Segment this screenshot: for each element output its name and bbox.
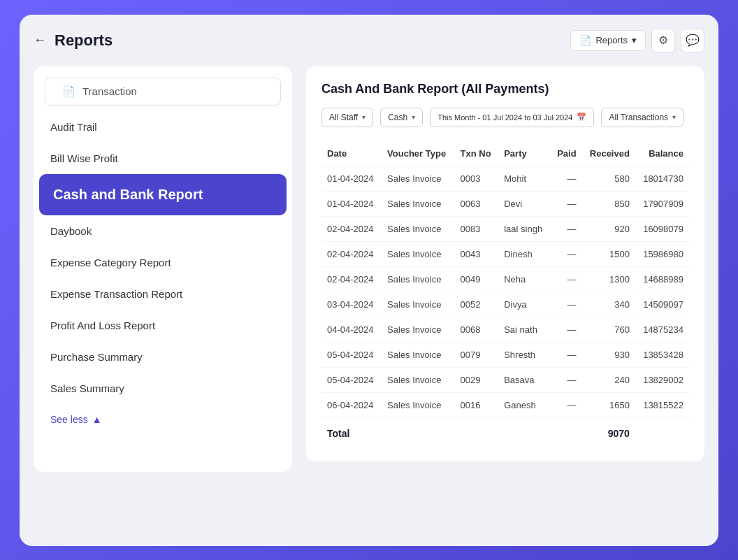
cell-balance: 14875234 bbox=[635, 317, 689, 342]
cell-date: 02-04-2024 bbox=[321, 266, 382, 292]
page-title: Reports bbox=[55, 31, 113, 50]
cell-paid: — bbox=[550, 241, 581, 266]
see-less-button[interactable]: See less ▲ bbox=[34, 404, 292, 435]
cell-voucher-type: Sales Invoice bbox=[382, 241, 454, 266]
cell-received: 340 bbox=[582, 292, 635, 317]
staff-filter[interactable]: All Staff ▾ bbox=[321, 108, 373, 127]
total-received: 9070 bbox=[582, 417, 635, 446]
cell-date: 06-04-2024 bbox=[321, 392, 382, 417]
back-button[interactable]: ← bbox=[34, 33, 46, 48]
table-row: 05-04-2024 Sales Invoice 0029 Basava — 2… bbox=[321, 367, 689, 392]
report-table: Date Voucher Type Txn No Party Paid Rece… bbox=[321, 141, 689, 446]
cell-paid: — bbox=[550, 367, 581, 392]
cell-received: 1300 bbox=[582, 266, 635, 292]
sidebar-item-purchase-summary[interactable]: Purchase Summary bbox=[34, 341, 292, 373]
chat-button[interactable]: 💬 bbox=[681, 29, 704, 52]
cell-party: Divya bbox=[498, 292, 550, 317]
cell-party: Dinesh bbox=[498, 241, 550, 266]
back-icon: ← bbox=[34, 33, 46, 48]
col-txn-no: Txn No bbox=[455, 141, 499, 166]
cell-txn-no: 0083 bbox=[455, 216, 499, 241]
col-date: Date bbox=[321, 141, 382, 166]
cell-voucher-type: Sales Invoice bbox=[382, 392, 454, 417]
table-row: 05-04-2024 Sales Invoice 0079 Shresth — … bbox=[321, 342, 689, 367]
chat-icon: 💬 bbox=[686, 34, 700, 47]
cell-balance: 16098079 bbox=[635, 216, 689, 241]
report-panel: Cash And Bank Report (All Payments) All … bbox=[306, 66, 704, 461]
cell-received: 240 bbox=[582, 367, 635, 392]
cell-received: 920 bbox=[582, 216, 635, 241]
reports-dropdown[interactable]: 📄 Reports ▾ bbox=[570, 30, 646, 51]
staff-filter-label: All Staff bbox=[329, 113, 358, 122]
sidebar-item-profit-loss[interactable]: Profit And Loss Report bbox=[34, 310, 292, 341]
cell-date: 01-04-2024 bbox=[321, 191, 382, 216]
cell-received: 930 bbox=[582, 342, 635, 367]
header-controls: 📄 Reports ▾ ⚙ 💬 bbox=[570, 29, 704, 52]
transaction-type-filter[interactable]: All Transactions ▾ bbox=[601, 108, 683, 127]
cell-txn-no: 0029 bbox=[455, 367, 499, 392]
sidebar-item-sales-summary[interactable]: Sales Summary bbox=[34, 373, 292, 404]
cell-paid: — bbox=[550, 166, 581, 191]
cell-party: Neha bbox=[498, 266, 550, 292]
cell-balance: 13815522 bbox=[635, 392, 689, 417]
cell-date: 03-04-2024 bbox=[321, 292, 382, 317]
main-layout: 📄 Transaction Audit Trail Bill Wise Prof… bbox=[34, 66, 704, 472]
chevron-down-icon: ▾ bbox=[632, 35, 637, 45]
chevron-up-icon: ▲ bbox=[92, 414, 102, 425]
sidebar-item-cash-bank-report[interactable]: Cash and Bank Report bbox=[39, 174, 287, 215]
table-row: 01-04-2024 Sales Invoice 0003 Mohit — 58… bbox=[321, 166, 689, 191]
transaction-type-label: All Transactions bbox=[609, 113, 668, 122]
sidebar-item-bill-wise-profit[interactable]: Bill Wise Profit bbox=[34, 143, 292, 174]
account-filter-label: Cash bbox=[388, 113, 407, 122]
total-label: Total bbox=[321, 417, 382, 446]
sidebar-item-expense-transaction[interactable]: Expense Transaction Report bbox=[34, 278, 292, 310]
sidebar-item-daybook[interactable]: Daybook bbox=[34, 215, 292, 247]
table-row: 03-04-2024 Sales Invoice 0052 Divya — 34… bbox=[321, 292, 689, 317]
cell-party: laal singh bbox=[498, 216, 550, 241]
sidebar-item-audit-trail[interactable]: Audit Trail bbox=[34, 111, 292, 143]
table-header-row: Date Voucher Type Txn No Party Paid Rece… bbox=[321, 141, 689, 166]
cell-paid: — bbox=[550, 292, 581, 317]
account-filter[interactable]: Cash ▾ bbox=[380, 108, 423, 127]
cell-date: 01-04-2024 bbox=[321, 166, 382, 191]
cell-received: 1650 bbox=[582, 392, 635, 417]
cell-balance: 13829002 bbox=[635, 367, 689, 392]
cell-txn-no: 0049 bbox=[455, 266, 499, 292]
table-row: 02-04-2024 Sales Invoice 0083 laal singh… bbox=[321, 216, 689, 241]
chevron-down-icon: ▾ bbox=[362, 113, 366, 121]
cell-received: 760 bbox=[582, 317, 635, 342]
cell-balance: 13853428 bbox=[635, 342, 689, 367]
cell-voucher-type: Sales Invoice bbox=[382, 367, 454, 392]
cell-paid: — bbox=[550, 392, 581, 417]
sidebar-transaction-header: 📄 Transaction bbox=[45, 78, 281, 106]
cell-voucher-type: Sales Invoice bbox=[382, 317, 454, 342]
cell-balance: 15986980 bbox=[635, 241, 689, 266]
col-balance: Balance bbox=[635, 141, 689, 166]
cell-txn-no: 0016 bbox=[455, 392, 499, 417]
cell-voucher-type: Sales Invoice bbox=[382, 191, 454, 216]
table-row: 04-04-2024 Sales Invoice 0068 Sai nath —… bbox=[321, 317, 689, 342]
cell-date: 02-04-2024 bbox=[321, 241, 382, 266]
col-paid: Paid bbox=[550, 141, 581, 166]
cell-balance: 14688989 bbox=[635, 266, 689, 292]
sidebar-item-expense-category[interactable]: Expense Category Report bbox=[34, 247, 292, 278]
cell-received: 580 bbox=[582, 166, 635, 191]
cell-voucher-type: Sales Invoice bbox=[382, 292, 454, 317]
cell-party: Basava bbox=[498, 367, 550, 392]
table-total-row: Total 9070 bbox=[321, 417, 689, 446]
cell-date: 05-04-2024 bbox=[321, 342, 382, 367]
report-title: Cash And Bank Report (All Payments) bbox=[321, 82, 689, 96]
chevron-down-icon: ▾ bbox=[672, 113, 676, 121]
col-received: Received bbox=[582, 141, 635, 166]
cell-txn-no: 0052 bbox=[455, 292, 499, 317]
gear-button[interactable]: ⚙ bbox=[651, 29, 675, 52]
table-row: 06-04-2024 Sales Invoice 0016 Ganesh — 1… bbox=[321, 392, 689, 417]
reports-dropdown-label: Reports bbox=[595, 35, 628, 45]
table-row: 01-04-2024 Sales Invoice 0063 Devi — 850… bbox=[321, 191, 689, 216]
cell-paid: — bbox=[550, 191, 581, 216]
date-range-filter[interactable]: This Month - 01 Jul 2024 to 03 Jul 2024 … bbox=[430, 108, 594, 127]
cell-txn-no: 0079 bbox=[455, 342, 499, 367]
cell-date: 04-04-2024 bbox=[321, 317, 382, 342]
cell-voucher-type: Sales Invoice bbox=[382, 342, 454, 367]
header: ← Reports 📄 Reports ▾ ⚙ 💬 bbox=[34, 29, 704, 52]
